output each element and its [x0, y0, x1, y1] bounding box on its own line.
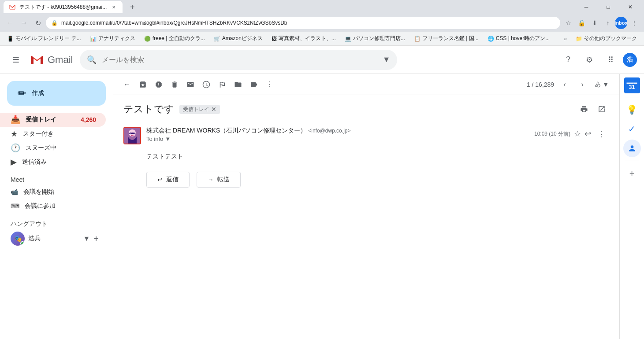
compose-button[interactable]: ✏ 作成 [7, 81, 106, 106]
inbox-badge: 受信トレイ ✕ [179, 105, 220, 114]
starred-icon: ★ [11, 129, 18, 139]
reply-action-icon: ↩ [157, 176, 163, 183]
user-avatar[interactable]: 浩 [623, 53, 637, 67]
apps-button[interactable]: ⠿ [602, 51, 619, 69]
sidebar-item-sent[interactable]: ▶ 送信済み [0, 155, 106, 169]
bookmark-item-freelance[interactable]: 📋 フリーランス名鑑 | 国... [410, 33, 482, 44]
bookmarks-more-button[interactable]: » [560, 36, 570, 42]
tab-title: テストです - k09013956488@gmai... [19, 4, 107, 11]
bookmark-item-pc[interactable]: 💻 パソコン修理専門店... [341, 33, 409, 44]
maximize-button[interactable]: □ [598, 0, 618, 14]
reply-button[interactable]: ↩ [584, 129, 591, 139]
bookmark-item-mobile[interactable]: 📱 モバイル フレンドリー テ... [4, 33, 85, 44]
settings-button[interactable]: ⚙ [581, 51, 598, 69]
move-to-button[interactable] [231, 77, 245, 92]
profile-button[interactable]: inbox [615, 17, 627, 29]
lock-icon: 🔒 [51, 20, 58, 26]
bookmark-item-analytics[interactable]: 📊 アナリティクス [86, 33, 139, 44]
panel-divider-2 [625, 161, 639, 161]
bookmark-item-freee[interactable]: 🟢 freee | 全自動のクラ... [141, 33, 208, 44]
menu-button[interactable]: ⋮ [628, 17, 640, 29]
inbox-badge-close[interactable]: ✕ [211, 106, 216, 113]
sidebar-item-start-meeting[interactable]: 📹 会議を開始 [0, 185, 106, 199]
prev-page-button[interactable]: ‹ [558, 77, 572, 92]
spam-button[interactable] [152, 77, 166, 92]
reply-action-button[interactable]: ↩ 返信 [146, 172, 190, 188]
pagination: 1 / 16,289 ‹ › [527, 77, 589, 92]
gmail-logo-text: Gmail [48, 54, 73, 66]
gmail-app: ☰ Gmail 🔍 ▼ ? ⚙ [0, 46, 644, 339]
snooze-button[interactable] [199, 77, 213, 92]
active-tab[interactable]: テストです - k09013956488@gmai... ✕ [4, 1, 123, 13]
keep-panel-button[interactable]: 💡 [623, 101, 641, 118]
bookmark-star-button[interactable]: ☆ [562, 17, 574, 29]
hamburger-menu-button[interactable]: ☰ [7, 51, 25, 69]
sender-name: 株式会社 DREAM WORKS（石川パソコン修理センター） [146, 127, 306, 135]
address-bar[interactable]: 🔒 mail.google.com/mail/u/0/?tab=wm&ogbl#… [46, 17, 560, 29]
bookmark-item-photo[interactable]: 🖼 写真素材、イラスト、... [268, 33, 339, 44]
refresh-button[interactable]: ↻ [32, 17, 44, 29]
download-button[interactable]: ⬇ [588, 17, 601, 29]
pagination-text: 1 / 16,289 [527, 81, 554, 88]
star-button[interactable]: ☆ [574, 129, 581, 139]
more-actions-button[interactable]: ⋮ [263, 77, 277, 92]
hangouts-add-button[interactable]: + [93, 234, 99, 244]
bookmark-item-css[interactable]: 🌐 CSS | hover時のアン... [484, 33, 553, 44]
message-body: テストテスト [123, 148, 609, 165]
help-button[interactable]: ? [559, 51, 577, 69]
tab-close-button[interactable]: ✕ [110, 4, 117, 11]
sidebar-item-inbox[interactable]: 📥 受信トレイ 4,260 [0, 113, 106, 127]
inbox-badge-label: 受信トレイ [183, 106, 209, 113]
new-tab-button[interactable]: + [126, 1, 138, 13]
tasks-panel-button[interactable]: ✓ [623, 120, 641, 138]
back-to-inbox-button[interactable]: ← [120, 77, 134, 92]
search-input-wrap[interactable]: 🔍 ▼ [80, 50, 397, 70]
sidebar-item-starred[interactable]: ★ スター付き [0, 127, 106, 141]
reply-action-label: 返信 [166, 176, 179, 184]
hangouts-section-title: ハングアウト [0, 213, 113, 230]
archive-button[interactable] [136, 77, 150, 92]
minimize-button[interactable]: ─ [576, 0, 596, 14]
language-button[interactable]: あ ▼ [591, 77, 612, 92]
bookmark-label-analytics: アナリティクス [98, 35, 135, 42]
message-sender-info: 株式会社 DREAM WORKS（石川パソコン修理センター） <info@dwp… [146, 127, 529, 142]
message-body-text: テストテスト [146, 151, 609, 161]
keyboard-icon: ⌨ [11, 203, 19, 210]
to-info[interactable]: To info ▼ [146, 136, 529, 142]
delete-button[interactable] [168, 77, 182, 92]
bookmark-item-amazon[interactable]: 🛒 Amazonビジネス [210, 33, 266, 44]
hangouts-username: 浩兵 [28, 235, 41, 243]
to-dropdown-icon: ▼ [165, 136, 171, 142]
bookmarks-bar: 📱 モバイル フレンドリー テ... 📊 アナリティクス 🟢 freee | 全… [0, 32, 644, 46]
bookmark-icon-mobile: 📱 [7, 36, 14, 42]
forward-button[interactable]: → [18, 17, 30, 29]
sidebar-item-snoozed[interactable]: 🕐 スヌーズ中 [0, 141, 106, 155]
sender-name-row: 株式会社 DREAM WORKS（石川パソコン修理センター） <info@dwp… [146, 127, 529, 135]
right-panel: ▬▬▬ 31 💡 ✓ + [619, 74, 644, 339]
search-dropdown-icon[interactable]: ▼ [383, 55, 391, 64]
print-button[interactable] [577, 102, 591, 116]
calendar-panel-button[interactable]: ▬▬▬ 31 [624, 77, 640, 93]
forward-action-button[interactable]: → 転送 [197, 172, 241, 188]
update-button[interactable]: ↑ [602, 17, 614, 29]
hangouts-user-item[interactable]: 🎭 浩兵 ▼ + [0, 230, 106, 247]
sender-avatar [123, 127, 141, 144]
close-button[interactable]: ✕ [620, 0, 640, 14]
contacts-panel-button[interactable] [623, 140, 641, 157]
popout-button[interactable] [595, 102, 609, 116]
next-page-button[interactable]: › [575, 77, 589, 92]
search-input[interactable] [102, 56, 377, 64]
mark-unread-button[interactable] [183, 77, 197, 92]
label-button[interactable] [247, 77, 261, 92]
lang-label: あ [595, 81, 601, 88]
add-addon-button[interactable]: + [623, 165, 641, 182]
bookmark-label-freee: freee | 全自動のクラ... [153, 35, 205, 42]
extensions-button[interactable]: 🔒 [575, 17, 588, 29]
back-button[interactable]: ← [4, 17, 16, 29]
add-task-button[interactable] [215, 77, 229, 92]
sidebar-item-join-meeting[interactable]: ⌨ 会議に参加 [0, 199, 106, 213]
header-right: ? ⚙ ⠿ 浩 [559, 51, 637, 69]
message-more-button[interactable]: ⋮ [595, 127, 609, 141]
other-bookmarks-button[interactable]: 📁 その他のブックマーク [572, 33, 640, 44]
svg-point-6 [130, 133, 131, 134]
